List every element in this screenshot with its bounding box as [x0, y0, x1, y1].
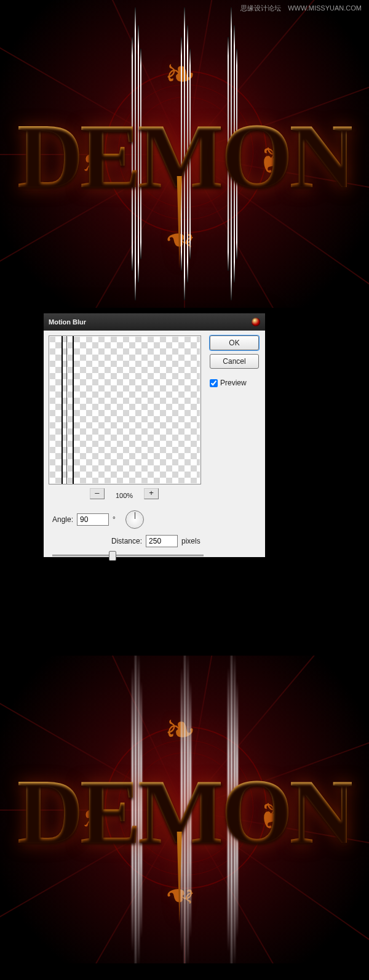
tutorial-stage: 思缘设计论坛 WWW.MISSYUAN.COM ❧ ❧ ❧ ❧ DEMON Mo… — [0, 0, 369, 980]
distance-field[interactable] — [146, 535, 178, 547]
angle-label: Angle: — [52, 515, 73, 524]
distance-row: Distance: pixels — [111, 535, 200, 547]
preview-checkbox-row[interactable]: Preview — [210, 372, 259, 387]
ok-button[interactable]: OK — [210, 335, 259, 350]
dialog-title: Motion Blur — [49, 318, 86, 326]
angle-field[interactable] — [77, 513, 109, 526]
ornament-left: ❧ — [71, 800, 114, 831]
blade-cluster-2 — [181, 7, 192, 300]
watermark-en: WWW.MISSYUAN.COM — [288, 4, 362, 12]
angle-unit: ° — [113, 515, 116, 524]
preview-content-lines — [62, 336, 79, 484]
dialog-buttons: OK Cancel Preview — [210, 335, 259, 387]
dialog-body: – 100% + OK Cancel Preview Angle: ° Dist… — [44, 331, 265, 567]
motion-blur-dialog: Motion Blur – 100% + OK Cancel Preview — [43, 313, 266, 558]
slider-thumb[interactable] — [109, 551, 116, 561]
ornament-right: ❧ — [249, 145, 292, 175]
dialog-titlebar[interactable]: Motion Blur — [44, 313, 265, 331]
blade-cluster-3 — [228, 7, 239, 300]
preview-checkbox[interactable] — [210, 379, 218, 387]
zoom-in-button[interactable]: + — [144, 488, 159, 499]
distance-slider[interactable] — [52, 551, 204, 560]
distance-label: Distance: — [111, 537, 142, 545]
blade-streak-1 — [132, 656, 143, 963]
distance-unit: pixels — [181, 537, 200, 545]
zoom-level: 100% — [116, 492, 133, 499]
watermark-cn: 思缘设计论坛 — [240, 4, 281, 12]
preview-label: Preview — [220, 379, 247, 387]
ornament-right: ❧ — [249, 800, 292, 831]
artwork-before: 思缘设计论坛 WWW.MISSYUAN.COM ❧ ❧ ❧ ❧ DEMON — [0, 0, 369, 308]
close-jewel-icon[interactable] — [252, 318, 260, 326]
zoom-out-button[interactable]: – — [90, 488, 105, 499]
zoom-controls: – 100% + — [49, 488, 200, 499]
blade-cluster-1 — [132, 7, 143, 300]
blade-streak-3 — [228, 656, 239, 963]
slider-track — [52, 555, 204, 556]
angle-row: Angle: ° — [52, 510, 144, 529]
blade-streak-2 — [181, 656, 192, 963]
cancel-button[interactable]: Cancel — [210, 354, 259, 369]
ornament-left: ❧ — [71, 145, 114, 175]
watermark: 思缘设计论坛 WWW.MISSYUAN.COM — [240, 4, 362, 13]
preview-thumbnail[interactable] — [49, 335, 201, 484]
artwork-after: ❧ ❧ ❧ ❧ DEMON — [0, 656, 369, 963]
angle-wheel[interactable] — [125, 510, 144, 529]
